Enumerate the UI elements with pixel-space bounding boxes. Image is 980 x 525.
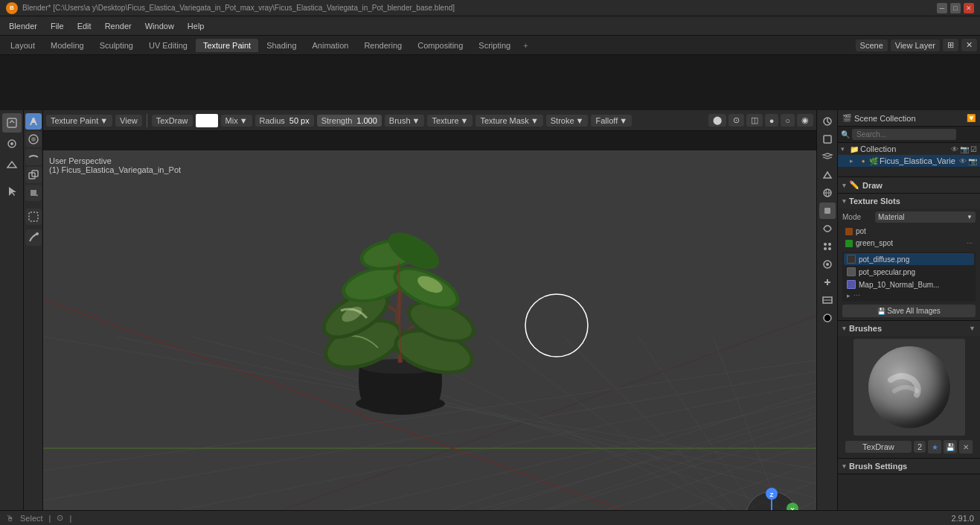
save-all-images-button[interactable]: 💾 Save All Images	[842, 305, 976, 317]
draw-section-header[interactable]: ▾ ✏️ Draw	[838, 177, 980, 193]
texture-slots-label: Texture Slots	[849, 197, 900, 206]
prop-icon-material[interactable]	[819, 310, 836, 326]
viewport-shading[interactable]: ⬤	[708, 114, 726, 127]
texture-mask-menu[interactable]: Texture Mask ▼	[475, 115, 542, 127]
outliner-search-input[interactable]	[852, 129, 956, 140]
tab-add[interactable]: +	[519, 39, 532, 52]
ficus-render-icon[interactable]: 📷	[968, 157, 977, 165]
scene-selector[interactable]: Scene	[856, 39, 888, 51]
brush-favorite-button[interactable]: ★	[928, 440, 941, 454]
brush-name-selector[interactable]: TexDraw	[152, 115, 193, 127]
viewport-xray[interactable]: ◫	[746, 114, 763, 127]
close-button[interactable]: ✕	[964, 3, 974, 13]
select-label: Select	[20, 514, 43, 523]
mode-prop-value[interactable]: Material ▼	[875, 211, 976, 223]
viewport-overlay[interactable]: ⊙	[728, 114, 744, 127]
prop-icon-constraints[interactable]	[819, 274, 836, 290]
prop-icon-data[interactable]	[819, 292, 836, 308]
scene-collection-icon: 🎬	[842, 114, 851, 122]
strength-control[interactable]: Strength 1.000	[317, 115, 382, 127]
maximize-button[interactable]: □	[950, 3, 961, 13]
outliner-filter-icon[interactable]: 🔽	[967, 114, 976, 122]
view-menu[interactable]: View	[115, 115, 142, 127]
image-pot-diffuse[interactable]: pot_diffuse.png	[844, 253, 974, 265]
menu-window[interactable]: Window	[139, 20, 180, 32]
svg-point-78	[828, 243, 831, 246]
minimize-button[interactable]: ─	[937, 3, 947, 13]
tab-modeling[interactable]: Modeling	[43, 39, 92, 52]
radius-control[interactable]: Radius 50 px	[255, 115, 314, 127]
menu-edit[interactable]: Edit	[71, 20, 97, 32]
tab-scripting[interactable]: Scripting	[471, 39, 518, 52]
plant-model	[304, 165, 497, 433]
prop-icon-world[interactable]	[819, 185, 836, 201]
menu-blender[interactable]: Blender	[3, 20, 43, 32]
image-pot-specular[interactable]: pot_specular.png	[844, 266, 974, 278]
ficus-visibility-icon[interactable]: 👁	[959, 157, 967, 165]
prop-icon-output[interactable]	[819, 131, 836, 147]
brushes-expand-icon[interactable]: ▼	[969, 325, 976, 332]
prop-icon-physics[interactable]	[819, 256, 836, 273]
brush-menu[interactable]: Brush ▼	[385, 115, 425, 127]
prop-icon-object[interactable]	[819, 203, 836, 219]
prop-icon-modifier[interactable]	[819, 220, 836, 237]
prop-icon-view-layer[interactable]	[819, 149, 836, 165]
brush-delete-button[interactable]: ✕	[959, 440, 973, 454]
collection-visibility-icon[interactable]: 👁	[951, 145, 958, 153]
sidebar-icon-paint[interactable]	[2, 134, 22, 153]
texture-menu[interactable]: Texture ▼	[427, 115, 473, 127]
brush-save-button[interactable]: 💾	[944, 440, 957, 454]
menu-file[interactable]: File	[45, 20, 70, 32]
mouse-icon: 🖱	[6, 514, 14, 523]
menu-help[interactable]: Help	[182, 20, 211, 32]
brush-settings-header[interactable]: ▾ Brush Settings	[838, 459, 980, 474]
collection-checkbox[interactable]: ☑	[970, 145, 977, 153]
viewport-solid[interactable]: ●	[765, 114, 779, 127]
tab-shading[interactable]: Shading	[259, 39, 304, 52]
tool-clone[interactable]	[25, 167, 42, 183]
view-layer-selector[interactable]: View Layer	[891, 39, 940, 51]
image-map-normal[interactable]: Map_10_Normal_Bum...	[844, 279, 974, 290]
tool-smear[interactable]	[25, 149, 42, 165]
brushes-section-header[interactable]: ▾ Brushes ▼	[838, 321, 980, 336]
stroke-menu[interactable]: Stroke ▼	[546, 115, 589, 127]
tool-fill[interactable]	[25, 185, 42, 201]
tool-soften[interactable]	[25, 131, 42, 147]
viewport-3d[interactable]: User Perspective (1) Ficus_Elastica_Vari…	[43, 150, 816, 525]
sidebar-icon-view3d[interactable]	[2, 155, 22, 174]
green-color-dot	[845, 240, 853, 247]
tab-uv-editing[interactable]: UV Editing	[141, 39, 195, 52]
tab-layout[interactable]: Layout	[3, 39, 42, 52]
collection-render-icon[interactable]: 📷	[960, 145, 969, 153]
texture-slot-green[interactable]: green_spot ⋯	[842, 238, 976, 249]
prop-icon-particles[interactable]	[819, 238, 836, 255]
tool-draw[interactable]	[25, 113, 42, 130]
falloff-menu[interactable]: Falloff ▼	[591, 115, 632, 127]
sidebar-icon-cursor[interactable]	[2, 182, 22, 201]
workspace-expand[interactable]: ⊞	[943, 39, 958, 51]
tool-annotation[interactable]	[25, 229, 42, 246]
mode-selector[interactable]: Texture Paint ▼	[46, 115, 112, 127]
sidebar-icon-mode[interactable]	[2, 113, 22, 133]
tab-animation[interactable]: Animation	[305, 39, 356, 52]
prop-icon-render[interactable]	[819, 113, 836, 130]
workspace-close[interactable]: ✕	[961, 39, 977, 51]
texture-slots-header[interactable]: ▾ Texture Slots	[838, 194, 980, 209]
viewport-rendered[interactable]: ◉	[797, 114, 813, 127]
color-swatch[interactable]	[196, 114, 218, 127]
image-expand-more[interactable]: ▸ ⋯	[844, 291, 974, 300]
plant-svg	[304, 165, 497, 433]
menu-render[interactable]: Render	[99, 20, 138, 32]
tab-sculpting[interactable]: Sculpting	[92, 39, 141, 52]
viewport-wireframe[interactable]: ○	[781, 114, 795, 127]
tab-rendering[interactable]: Rendering	[356, 39, 409, 52]
tab-compositing[interactable]: Compositing	[410, 39, 470, 52]
texture-slot-pot[interactable]: pot	[842, 226, 976, 237]
prop-icon-scene[interactable]	[819, 167, 836, 183]
tool-mask[interactable]	[25, 209, 42, 225]
brush-name-display[interactable]: TexDraw	[845, 441, 912, 453]
blend-mode-selector[interactable]: Mix ▼	[221, 115, 252, 127]
outliner-item-ficus[interactable]: ▸ 🔸 🌿 Ficus_Elastica_Varie 👁 📷	[838, 155, 980, 167]
outliner-item-collection[interactable]: ▾ 📁 Collection 👁 📷 ☑	[838, 143, 980, 155]
tab-texture-paint[interactable]: Texture Paint	[196, 39, 258, 52]
